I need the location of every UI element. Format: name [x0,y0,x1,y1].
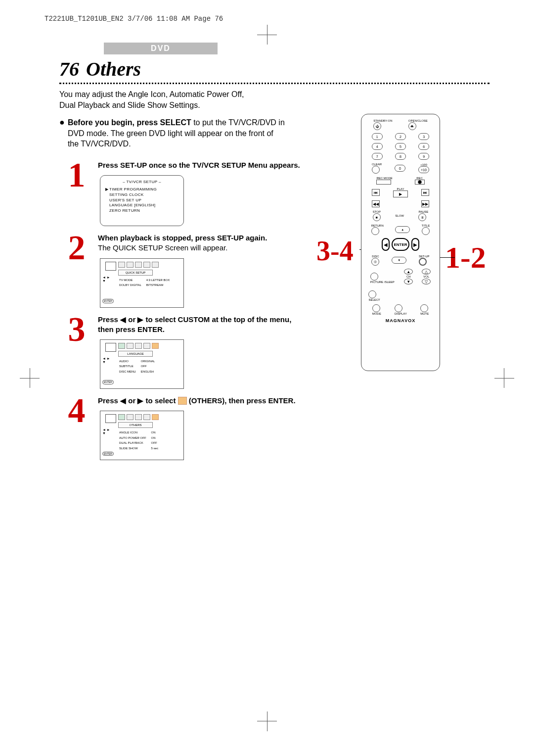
digit-7-button: 7 [372,153,383,160]
remote-display-label: DISPLAY [395,312,407,315]
ch-down-icon: ▼ [404,279,413,284]
osd3-r0v: ORIGINAL [141,359,159,363]
stop-icon: ■ [373,213,381,221]
osd-quick-setup: QUICK SETUP ◄ ►▼ TV MODE4:3 LETTER BOX D… [100,258,184,308]
osd1-item-2: USER'S SET UP [109,198,141,202]
osd4-r2v: OFF [151,441,162,445]
disc-button: ◎ [371,258,379,266]
tab-icon [118,343,125,349]
step-4-d: (OTHERS), then press ENTER. [187,396,296,405]
osd1-title: – TV/VCR SETUP – [105,180,178,185]
digit-1-button: 1 [372,133,383,140]
tv-icon [105,414,116,423]
down-arrow-icon: ▼ [392,257,406,264]
bullet-strong: Before you begin, press SELECT [68,118,191,127]
tab-icon [143,414,150,420]
right-arrow-icon: ▶ [137,396,143,405]
osd3-r1v: OFF [141,364,159,368]
up-arrow-icon: ▲ [395,226,410,233]
left-dir-button: ◀ [382,238,390,251]
nav-arrows-icon: ◄ ►▼ [102,276,110,283]
dotted-rule [59,83,490,84]
remote-mute-label: MUTE [420,312,429,315]
tab-icon [143,343,150,349]
setup-button [419,258,427,266]
step-4-number: 4 [59,396,94,425]
skip-fwd-icon: ⏭ [421,189,429,196]
tv-icon [105,343,116,352]
osd4-r1v: ON [151,436,162,440]
osd1-item-0: TIMER PROGRAMMING [109,187,157,191]
tab-icon [152,414,159,420]
osd4-r2k: DUAL PLAYBACK [119,441,150,445]
others-tab-icon [178,397,187,405]
step-1-bold: Press SET-UP once so the TV/VCR SETUP Me… [98,161,300,169]
digit-8-button: 8 [395,153,406,160]
callout-3-4: 3-4 [316,235,354,267]
digit-4-button: 4 [372,143,383,150]
tab-icon [127,414,134,420]
intro-line2: Dual Playback and Slide Show Settings. [59,100,490,111]
step-3-a: Press [98,315,120,324]
osd4-r0v: ON [151,430,162,434]
step-3-number: 3 [59,315,94,344]
osd2-r0v: 4:3 LETTER BOX [146,278,174,282]
step-4: 4 Press ◀ or ▶ to select (OTHERS), then … [59,396,490,460]
digit-6-button: 6 [418,143,429,150]
tab-icon [118,262,125,268]
remote-mode-label: MODE [372,312,381,315]
enter-pill-icon: ENTER [102,299,114,303]
intro-line1: You may adjust the Angle Icon, Automatic… [59,89,490,100]
digit-0-button: 0 [395,165,405,172]
tab-icon [152,262,159,268]
osd3-r0k: AUDIO [119,359,140,363]
clear-button [372,166,380,174]
section-tag-dvd: DVD [104,43,218,54]
remote-clear-label: CLEAR [372,163,382,166]
enter-button: ENTER [392,238,409,251]
step-2-rest: The QUICK SETUP Screen will appear. [98,243,267,253]
step-1-number: 1 [59,160,94,190]
step-4-b: or [126,396,137,405]
display-button [395,304,402,312]
ffwd-icon: ▶▶ [421,200,429,207]
tab-icon [135,262,142,268]
nav-arrows-icon: ◄ ►▼ [102,357,110,364]
osd-others: OTHERS ◄ ►▼ ANGLE ICONON AUTO POWER OFFO… [100,411,184,460]
left-arrow-icon: ◀ [120,315,126,324]
eject-icon: ⏏ [408,122,416,130]
mode-button [372,304,380,312]
play-icon: ▶ [393,190,408,197]
osd-language: LANGUAGE ◄ ►▼ AUDIOORIGINAL SUBTITLEOFF … [100,339,184,389]
mute-button [420,304,428,312]
tab-icon [127,343,134,349]
page-number: 76 [59,58,79,80]
step-3-b: or [126,315,137,324]
pause-icon: ⏸ [418,213,426,221]
vol-down-icon: ▽ [422,279,431,284]
osd3-r2k: DISC MENU [119,370,140,374]
left-arrow-icon: ◀ [120,396,126,405]
digit-2-button: 2 [395,133,406,140]
osd3-r2v: ENGLISH [141,370,159,374]
tab-icon [152,343,159,349]
osd-tvvcr-setup: – TV/VCR SETUP – ▶TIMER PROGRAMMING SETT… [100,175,184,226]
remote-return-label: RETURN [371,224,384,227]
tab-icon [143,262,150,268]
tab-icon [135,414,142,420]
digit-5-button: 5 [395,143,406,150]
page-title: Others [86,58,141,80]
leader-line [440,257,455,258]
plus10-button: +10 [418,166,429,173]
remote-vol-label: VOL [423,275,429,278]
remote-select-label: SELECT [368,298,380,301]
osd1-item-1: SETTING CLOCK [109,192,144,197]
osd4-r3v: 5 sec [151,446,162,450]
rec-button [415,180,425,185]
title-button [422,227,430,235]
remote-recmode-label: REC MODE [376,177,392,180]
remote-ch-label: CH [406,275,411,278]
tv-icon [105,262,116,271]
remote-title-label: TITLE [422,224,430,227]
osd2-tab: QUICK SETUP [118,270,153,276]
